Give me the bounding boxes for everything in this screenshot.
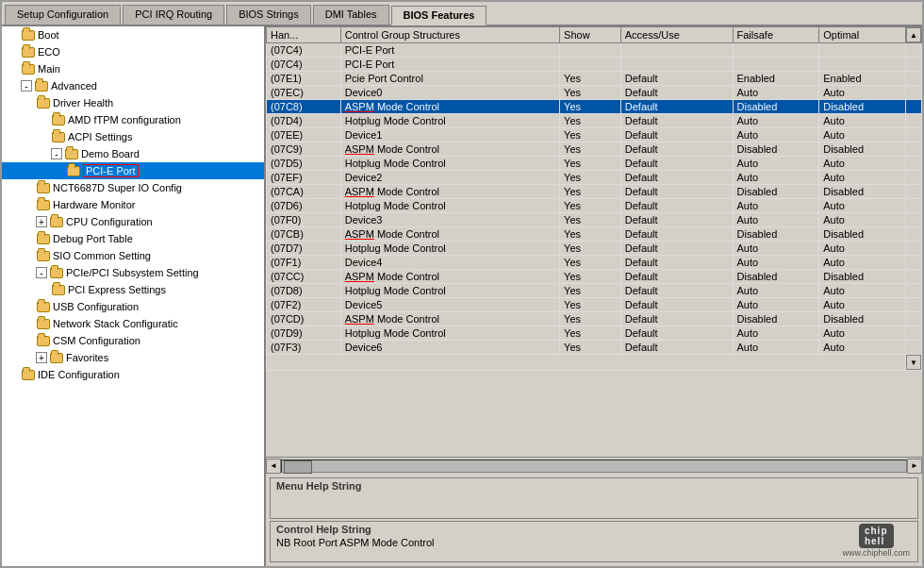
- toggle-pcie-pci[interactable]: -: [36, 267, 47, 278]
- cell-optimal: Disabled: [819, 270, 906, 284]
- tree-item-usb-config[interactable]: USB Configuration: [2, 298, 264, 315]
- table-row[interactable]: (07C4) PCI-E Port: [267, 58, 922, 72]
- table-row[interactable]: (07C9) ASPM Mode Control Yes Default Dis…: [267, 142, 922, 157]
- scroll-thumb[interactable]: [284, 460, 312, 474]
- cell-show: Yes: [560, 213, 621, 227]
- table-row[interactable]: (07C4) PCI-E Port: [267, 43, 922, 58]
- tree-item-driver-health[interactable]: Driver Health: [2, 94, 264, 111]
- cell-show: Yes: [560, 312, 621, 326]
- table-row[interactable]: (07CA) ASPM Mode Control Yes Default Dis…: [267, 185, 922, 199]
- cell-optimal: Auto: [819, 242, 906, 256]
- tree-item-demo-board[interactable]: - Demo Board: [2, 145, 264, 162]
- cell-optimal: Auto: [819, 326, 906, 341]
- tree-label-advanced: Advanced: [51, 80, 97, 92]
- tree-item-boot[interactable]: Boot: [2, 26, 264, 43]
- tree-item-advanced[interactable]: - Advanced: [2, 77, 264, 94]
- cell-han: (07C8): [267, 100, 341, 114]
- table-row[interactable]: (07F2) Device5 Yes Default Auto Auto: [267, 298, 922, 312]
- cell-access: Default: [620, 185, 733, 199]
- table-row[interactable]: (07C8) ASPM Mode Control Yes Default Dis…: [267, 100, 922, 114]
- tab-bios-features[interactable]: BIOS Features: [391, 6, 487, 25]
- scroll-right-arrow[interactable]: ►: [907, 459, 922, 474]
- cell-failsafe: Auto: [733, 199, 819, 213]
- table-row[interactable]: (07F3) Device6 Yes Default Auto Auto: [267, 341, 922, 355]
- tree-item-sio-common[interactable]: SIO Common Setting: [2, 247, 264, 264]
- scroll-left-arrow[interactable]: ◄: [266, 459, 281, 474]
- aspm-label: ASPM: [345, 186, 374, 197]
- toggle-cpu-config[interactable]: +: [36, 216, 47, 227]
- cell-failsafe: Auto: [733, 242, 819, 256]
- folder-icon-pcie-pci: [49, 265, 64, 280]
- row-name-text: Device0: [345, 87, 383, 98]
- table-row[interactable]: (07D8) Hotplug Mode Control Yes Default …: [267, 284, 922, 298]
- table-row[interactable]: (07D5) Hotplug Mode Control Yes Default …: [267, 157, 922, 171]
- cell-access: Default: [620, 72, 733, 86]
- cell-han: (07CB): [267, 227, 341, 242]
- tree-label-amd-ftpm: AMD fTPM configuration: [68, 114, 181, 125]
- cell-name: PCI-E Port: [340, 58, 559, 72]
- table-row[interactable]: (07D6) Hotplug Mode Control Yes Default …: [267, 199, 922, 213]
- main-window: Setup Configuration PCI IRQ Routing BIOS…: [0, 0, 924, 568]
- table-row[interactable]: (07CC) ASPM Mode Control Yes Default Dis…: [267, 270, 922, 284]
- scroll-up-arrow[interactable]: ▲: [906, 27, 921, 42]
- tree-item-main[interactable]: Main: [2, 60, 264, 77]
- table-row[interactable]: (07EF) Device2 Yes Default Auto Auto: [267, 171, 922, 185]
- row-name-text: Hotplug Mode Control: [345, 242, 446, 254]
- table-row[interactable]: (07D7) Hotplug Mode Control Yes Default …: [267, 242, 922, 256]
- folder-icon-driver-health: [36, 95, 51, 110]
- toggle-favorites[interactable]: +: [36, 352, 47, 363]
- tab-setup-configuration[interactable]: Setup Configuration: [5, 5, 121, 25]
- table-row[interactable]: (07CB) ASPM Mode Control Yes Default Dis…: [267, 227, 922, 242]
- tree-item-csm-config[interactable]: CSM Configuration: [2, 332, 264, 349]
- cell-scroll-filler: [906, 213, 922, 227]
- control-help-content: NB Root Port ASPM Mode Control: [276, 535, 912, 550]
- tree-item-pcie-port[interactable]: PCI-E Port: [2, 162, 264, 179]
- cell-name: Hotplug Mode Control: [340, 157, 559, 171]
- table-container[interactable]: Han... Control Group Structures Show Acc…: [266, 26, 922, 457]
- cell-han: (07D4): [267, 114, 341, 128]
- cell-optimal: Enabled: [819, 72, 906, 86]
- toggle-advanced[interactable]: -: [21, 80, 32, 92]
- cell-show: Yes: [560, 114, 621, 128]
- tree-item-amd-ftpm[interactable]: AMD fTPM configuration: [2, 111, 264, 128]
- tab-bios-strings[interactable]: BIOS Strings: [226, 5, 311, 25]
- cell-show: Yes: [560, 157, 621, 171]
- table-row[interactable]: (07F0) Device3 Yes Default Auto Auto: [267, 213, 922, 227]
- tree-item-pcie-pci[interactable]: - PCIe/PCI Subsystem Setting: [2, 264, 264, 281]
- table-row[interactable]: (07F1) Device4 Yes Default Auto Auto: [267, 256, 922, 270]
- cell-access: Default: [620, 326, 733, 341]
- table-row[interactable]: (07E1) Pcie Port Control Yes Default Ena…: [267, 72, 922, 86]
- cell-optimal: Auto: [819, 256, 906, 270]
- tree-item-acpi-settings[interactable]: ACPI Settings: [2, 128, 264, 145]
- toggle-demo-board[interactable]: -: [51, 148, 62, 159]
- tree-item-cpu-config[interactable]: + CPU Configuration: [2, 213, 264, 230]
- tree-item-favorites[interactable]: + Favorites: [2, 349, 264, 366]
- table-row[interactable]: (07D4) Hotplug Mode Control Yes Default …: [267, 114, 922, 128]
- table-row[interactable]: (07CD) ASPM Mode Control Yes Default Dis…: [267, 312, 922, 326]
- table-row[interactable]: (07D9) Hotplug Mode Control Yes Default …: [267, 326, 922, 341]
- tree-item-debug-port[interactable]: Debug Port Table: [2, 230, 264, 247]
- cell-failsafe: Auto: [733, 213, 819, 227]
- tree-item-nct6687d[interactable]: NCT6687D Super IO Config: [2, 179, 264, 196]
- cell-show: Yes: [560, 100, 621, 114]
- cell-access: Default: [620, 100, 733, 114]
- col-scroll: ▲: [906, 27, 922, 43]
- tree-item-eco[interactable]: ECO: [2, 43, 264, 60]
- tab-pci-irq-routing[interactable]: PCI IRQ Routing: [123, 5, 224, 25]
- tree-label-driver-health: Driver Health: [53, 97, 113, 109]
- table-row[interactable]: (07EE) Device1 Yes Default Auto Auto: [267, 128, 922, 142]
- tab-dmi-tables[interactable]: DMI Tables: [313, 5, 389, 25]
- folder-icon-debug-port: [36, 231, 51, 246]
- tree-item-ide-config[interactable]: IDE Configuration: [2, 366, 264, 383]
- cell-han: (07F1): [267, 256, 341, 270]
- scroll-down-arrow[interactable]: ▼: [906, 355, 921, 370]
- tree-item-pci-express[interactable]: PCI Express Settings: [2, 281, 264, 298]
- tree-item-network-stack[interactable]: Network Stack Configuratic: [2, 315, 264, 332]
- cell-show: Yes: [560, 341, 621, 355]
- table-row[interactable]: (07EC) Device0 Yes Default Auto Auto: [267, 86, 922, 100]
- cell-optimal: Auto: [819, 298, 906, 312]
- scroll-track[interactable]: [281, 459, 907, 473]
- mode-label: Mode Control: [374, 228, 439, 240]
- cell-scroll-filler: [906, 326, 922, 341]
- tree-item-hw-monitor[interactable]: Hardware Monitor: [2, 196, 264, 213]
